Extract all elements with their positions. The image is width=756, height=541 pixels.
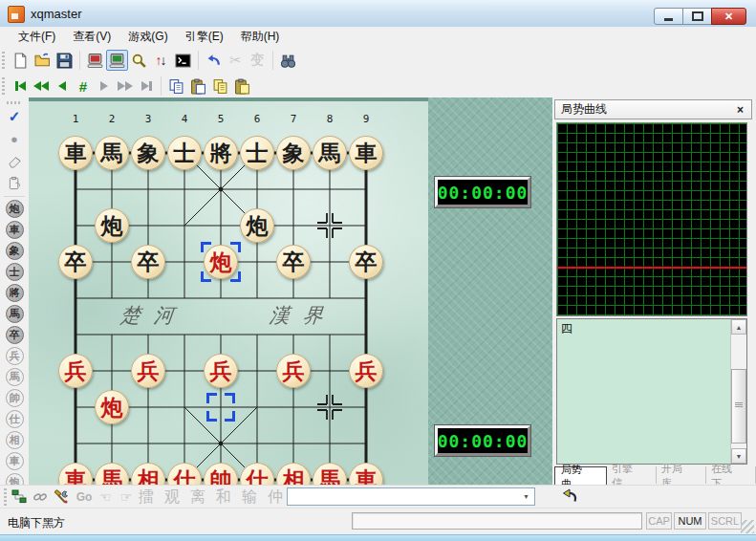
menu-view[interactable]: 查看(V) xyxy=(64,27,119,47)
hand-right-button[interactable]: ☞ xyxy=(117,488,136,506)
paste-button[interactable] xyxy=(187,76,209,97)
panel-tab-1[interactable]: 引擎信... xyxy=(607,466,657,484)
online-action-label[interactable]: 观 xyxy=(164,487,180,508)
last-move-button[interactable] xyxy=(136,76,157,96)
board-piece[interactable]: 將 xyxy=(204,136,238,170)
board-piece[interactable]: 士 xyxy=(167,136,202,170)
palette-piece-black[interactable]: 車 xyxy=(6,221,24,239)
panel-tab-2[interactable]: 开局库... xyxy=(657,466,706,484)
board-piece[interactable]: 卒 xyxy=(58,245,93,279)
board-piece[interactable]: 象 xyxy=(131,136,165,170)
toolbar-grip[interactable] xyxy=(2,77,5,95)
copy-fen-button[interactable] xyxy=(209,76,231,97)
palette-piece-red[interactable]: 兵 xyxy=(6,347,24,365)
combobox-dropdown-icon[interactable]: ▼ xyxy=(519,489,533,504)
flip-board-button[interactable]: ↑↓ xyxy=(150,50,172,71)
maximize-button[interactable] xyxy=(682,8,712,25)
console-button[interactable] xyxy=(172,50,194,71)
board-piece[interactable]: 炮 xyxy=(240,208,274,243)
forward-button[interactable] xyxy=(94,76,115,96)
board-piece[interactable]: 卒 xyxy=(349,245,383,279)
board-piece[interactable]: 車 xyxy=(349,136,383,170)
palette-piece-black[interactable]: 士 xyxy=(6,263,24,281)
back-button[interactable] xyxy=(52,76,73,96)
panel-text-area[interactable]: 四 ▲ ▼ xyxy=(556,318,747,465)
board-piece[interactable]: 炮 xyxy=(95,390,129,424)
minimize-button[interactable] xyxy=(654,8,683,25)
online-action-label[interactable]: 仲 xyxy=(268,487,283,508)
network-button[interactable] xyxy=(10,488,29,506)
palette-piece-red[interactable]: 車 xyxy=(6,452,24,470)
title-bar[interactable]: xqmaster ✕ xyxy=(0,0,756,28)
find-button[interactable] xyxy=(277,50,299,71)
legal-moves-button[interactable]: ✓ xyxy=(4,106,25,127)
board-piece[interactable]: 兵 xyxy=(349,354,383,388)
online-action-label[interactable]: 和 xyxy=(216,487,231,508)
board-piece[interactable]: 兵 xyxy=(276,354,311,388)
palette-piece-red[interactable]: 相 xyxy=(6,431,24,449)
palette-piece-red[interactable]: 帥 xyxy=(6,389,24,407)
palette-piece-black[interactable]: 象 xyxy=(6,242,24,260)
go-button[interactable]: Go xyxy=(75,488,94,506)
board-piece[interactable]: 卒 xyxy=(131,245,165,279)
panel-close-icon[interactable]: × xyxy=(735,103,745,117)
board-piece[interactable]: 炮 xyxy=(95,208,129,243)
palette-piece-black[interactable]: 卒 xyxy=(6,326,24,344)
panel-header[interactable]: 局势曲线 × xyxy=(554,99,752,119)
scroll-up-icon[interactable]: ▲ xyxy=(731,319,746,335)
open-file-button[interactable] xyxy=(32,50,54,71)
board-piece[interactable]: 兵 xyxy=(58,354,93,388)
board-piece[interactable]: 車 xyxy=(58,136,93,170)
palette-piece-black[interactable]: 將 xyxy=(6,284,24,302)
menu-engine[interactable]: 引擎(E) xyxy=(177,27,232,47)
palette-piece-red[interactable]: 仕 xyxy=(6,410,24,428)
new-file-button[interactable] xyxy=(10,50,32,71)
board-piece[interactable]: 象 xyxy=(276,136,311,170)
scrollbar-thumb[interactable] xyxy=(731,369,746,444)
board-mode-green-button[interactable] xyxy=(106,50,128,71)
undo-button[interactable] xyxy=(203,50,225,71)
variation-button[interactable]: 变 xyxy=(247,50,269,71)
close-button[interactable]: ✕ xyxy=(711,8,746,25)
move-number-button[interactable]: # xyxy=(73,76,94,96)
settings-tools-button[interactable] xyxy=(52,488,71,506)
palette-piece-black[interactable]: 炮 xyxy=(6,200,24,218)
panel-tab-0[interactable]: 局势曲... xyxy=(554,466,607,487)
board-piece[interactable]: 馬 xyxy=(95,136,129,170)
panel-tab-3[interactable]: 在线下... xyxy=(706,466,756,484)
board-piece[interactable]: 士 xyxy=(240,136,274,170)
toolbar-grip[interactable] xyxy=(2,52,5,69)
return-move-button[interactable] xyxy=(558,487,581,506)
cut-button[interactable]: ✂ xyxy=(225,50,247,71)
board-piece[interactable]: 馬 xyxy=(313,136,347,170)
menu-file[interactable]: 文件(F) xyxy=(10,27,64,47)
online-action-label[interactable]: 输 xyxy=(242,487,257,508)
first-move-button[interactable] xyxy=(10,76,31,96)
toolbar-grip[interactable] xyxy=(4,488,7,506)
online-action-label[interactable]: 擂 xyxy=(139,487,154,508)
sidebar-grip[interactable] xyxy=(7,101,22,104)
fast-forward-button[interactable] xyxy=(115,76,136,96)
eraser-button[interactable] xyxy=(4,150,25,171)
board-piece[interactable]: 兵 xyxy=(131,354,165,388)
zoom-button[interactable] xyxy=(128,50,150,71)
board-piece[interactable]: 兵 xyxy=(204,354,238,388)
save-button[interactable] xyxy=(54,50,76,71)
copy-button[interactable] xyxy=(165,76,187,97)
palette-piece-black[interactable]: 馬 xyxy=(6,305,24,323)
palette-piece-red[interactable]: 馬 xyxy=(6,368,24,386)
board-piece[interactable]: 卒 xyxy=(276,245,311,279)
menu-game[interactable]: 游戏(G) xyxy=(119,27,176,47)
rewind-button[interactable] xyxy=(31,76,52,96)
panel-scrollbar[interactable]: ▲ ▼ xyxy=(730,319,746,464)
online-action-label[interactable]: 离 xyxy=(190,487,205,508)
hand-left-button[interactable]: ☜ xyxy=(96,488,115,506)
dot-marker-button[interactable]: ● xyxy=(4,128,25,149)
resize-grip[interactable] xyxy=(741,520,754,533)
link-button[interactable] xyxy=(31,488,50,506)
xiangqi-board[interactable]: 123456789 楚河 漢界 車馬象士將士象馬車炮炮卒卒炮卒卒兵兵兵兵兵炮車馬… xyxy=(29,97,428,485)
paste-position-button[interactable] xyxy=(4,172,25,193)
board-mode-red-button[interactable] xyxy=(84,50,106,71)
menu-help[interactable]: 帮助(H) xyxy=(232,27,289,47)
paste-fen-button[interactable] xyxy=(231,76,253,97)
